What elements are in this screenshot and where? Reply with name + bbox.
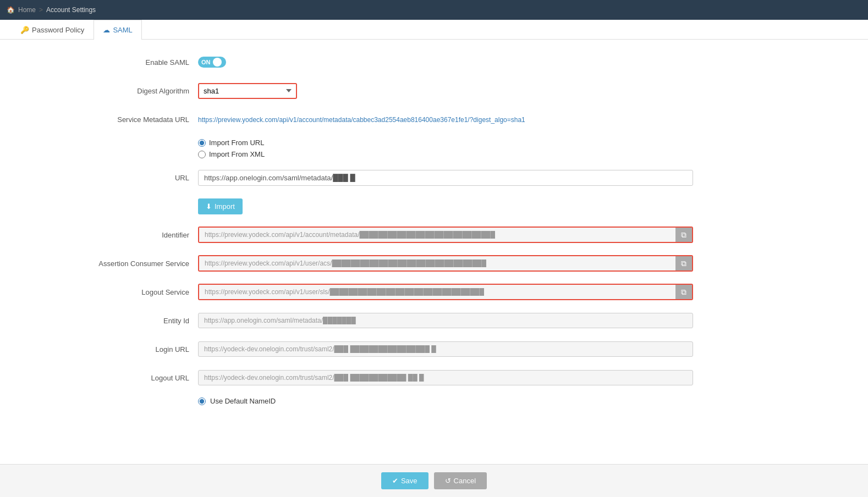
save-button[interactable]: ✔ Save xyxy=(381,472,428,489)
import-from-xml-radio[interactable] xyxy=(198,151,206,158)
import-button-row: ⬇ Import xyxy=(88,197,792,216)
main-content: 🔑 Password Policy ☁ SAML Enable SAML ON … xyxy=(0,20,868,464)
copy-icon-acs: ⧉ xyxy=(681,259,686,268)
logout-service-label: Logout Service xyxy=(88,288,198,296)
home-icon: 🏠 xyxy=(7,6,15,14)
breadcrumb-current: Account Settings xyxy=(46,6,96,14)
identifier-input[interactable] xyxy=(199,228,675,242)
digest-algorithm-row: Digest Algorithm sha1 sha256 sha384 sha5… xyxy=(88,81,792,100)
import-button-control: ⬇ Import xyxy=(198,198,693,214)
enable-saml-toggle[interactable]: ON xyxy=(198,57,226,68)
url-input[interactable] xyxy=(198,170,693,186)
save-check-icon: ✔ xyxy=(392,477,398,485)
digest-algorithm-label: Digest Algorithm xyxy=(88,87,198,95)
login-url-label: Login URL xyxy=(88,345,198,354)
copy-icon-sls: ⧉ xyxy=(681,288,686,297)
identifier-copy-button[interactable]: ⧉ xyxy=(675,228,692,242)
download-icon: ⬇ xyxy=(206,202,212,211)
service-metadata-url-label: Service Metadata URL xyxy=(88,115,198,124)
cancel-refresh-icon: ↺ xyxy=(445,477,451,485)
footer-bar: ✔ Save ↺ Cancel xyxy=(0,464,868,497)
use-default-nameid-radio[interactable] xyxy=(198,397,206,405)
import-from-url-label: Import From URL xyxy=(209,139,264,147)
logout-url-control xyxy=(198,370,693,385)
logout-service-row: Logout Service ⧉ xyxy=(88,283,792,301)
toggle-on-text: ON xyxy=(201,59,211,65)
acs-input-group: ⧉ xyxy=(198,255,693,272)
entity-id-input[interactable] xyxy=(199,313,693,328)
login-url-input[interactable] xyxy=(199,342,693,356)
assertion-consumer-service-label: Assertion Consumer Service xyxy=(88,259,198,268)
tab-password-policy[interactable]: 🔑 Password Policy xyxy=(11,20,94,40)
url-label: URL xyxy=(88,174,198,182)
logout-service-control: ⧉ xyxy=(198,284,693,300)
identifier-control: ⧉ xyxy=(198,227,693,243)
password-policy-icon: 🔑 xyxy=(20,26,29,34)
digest-algorithm-select[interactable]: sha1 sha256 sha384 sha512 xyxy=(198,83,297,99)
entity-id-label: Entity Id xyxy=(88,317,198,325)
logout-url-row: Logout URL xyxy=(88,368,792,387)
tab-saml[interactable]: ☁ SAML xyxy=(94,20,141,40)
cancel-button[interactable]: ↺ Cancel xyxy=(434,472,487,489)
login-url-row: Login URL xyxy=(88,340,792,358)
breadcrumb-separator: > xyxy=(39,6,43,14)
import-from-url-radio[interactable] xyxy=(198,139,206,147)
enable-saml-row: Enable SAML ON xyxy=(88,53,792,71)
acs-copy-button[interactable]: ⧉ xyxy=(675,256,692,270)
acs-input[interactable] xyxy=(199,256,675,270)
service-metadata-url-row: Service Metadata URL https://preview.yod… xyxy=(88,110,792,129)
import-button[interactable]: ⬇ Import xyxy=(198,198,243,214)
import-options-row: Import From URL Import From XML xyxy=(88,139,792,158)
sls-input-group: ⧉ xyxy=(198,284,693,300)
identifier-row: Identifier ⧉ xyxy=(88,225,792,244)
toggle-dot xyxy=(213,58,222,67)
import-from-url-option[interactable]: Import From URL xyxy=(198,139,693,147)
tabs-bar: 🔑 Password Policy ☁ SAML xyxy=(0,20,868,40)
enable-saml-control: ON xyxy=(198,57,693,68)
enable-saml-label: Enable SAML xyxy=(88,58,198,67)
service-metadata-url-control: https://preview.yodeck.com/api/v1/accoun… xyxy=(198,115,693,124)
identifier-label: Identifier xyxy=(88,231,198,239)
entity-id-control xyxy=(198,313,693,328)
saml-cloud-icon: ☁ xyxy=(103,26,110,34)
digest-algorithm-control: sha1 sha256 sha384 sha512 xyxy=(198,83,693,99)
logout-url-input-wrapper xyxy=(198,370,693,385)
use-default-nameid-label: Use Default NameID xyxy=(210,397,276,405)
import-options-control: Import From URL Import From XML xyxy=(198,139,693,158)
entity-id-input-wrapper xyxy=(198,313,693,328)
assertion-consumer-service-control: ⧉ xyxy=(198,255,693,272)
login-url-input-wrapper xyxy=(198,341,693,357)
entity-id-row: Entity Id xyxy=(88,311,792,330)
import-from-xml-label: Import From XML xyxy=(209,150,265,158)
breadcrumb-home[interactable]: Home xyxy=(18,6,36,14)
url-control xyxy=(198,170,693,186)
import-from-xml-option[interactable]: Import From XML xyxy=(198,150,693,158)
copy-icon: ⧉ xyxy=(681,230,686,240)
top-bar: 🏠 Home > Account Settings xyxy=(0,0,868,20)
identifier-input-group: ⧉ xyxy=(198,227,693,243)
logout-url-input[interactable] xyxy=(199,371,693,385)
logout-url-label: Logout URL xyxy=(88,374,198,382)
sls-input[interactable] xyxy=(199,285,675,299)
form-area: Enable SAML ON Digest Algorithm sha1 sha… xyxy=(0,40,792,418)
sls-copy-button[interactable]: ⧉ xyxy=(675,285,692,299)
service-metadata-url-link[interactable]: https://preview.yodeck.com/api/v1/accoun… xyxy=(198,116,525,124)
assertion-consumer-service-row: Assertion Consumer Service ⧉ xyxy=(88,254,792,273)
use-default-nameid-row: Use Default NameID xyxy=(88,397,792,405)
url-row: URL xyxy=(88,168,792,187)
login-url-control xyxy=(198,341,693,357)
